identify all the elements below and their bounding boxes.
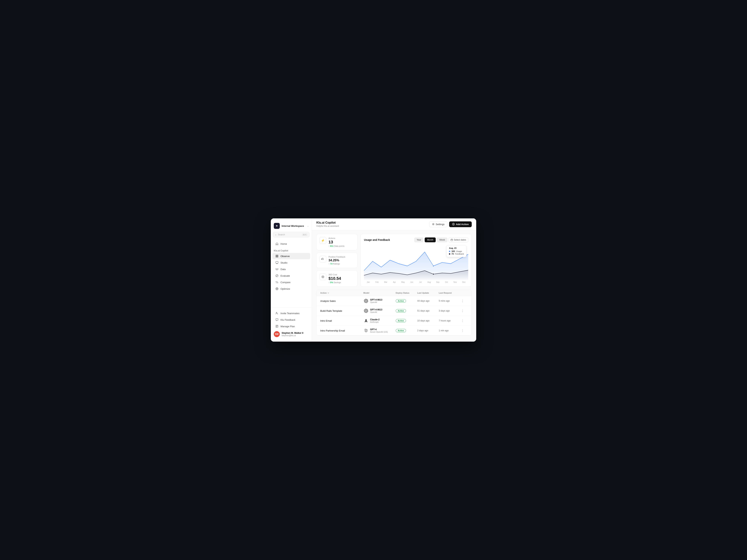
actions-info: Actions 13 ↑ 811 Data points <box>329 237 344 247</box>
col-actions <box>460 292 468 294</box>
table-row[interactable]: Intro Email Claude-2 Anthropic <box>316 316 471 326</box>
search-icon: ⌕ <box>275 233 276 236</box>
workspace-selector[interactable]: Internal Workspace ⌄ <box>271 221 312 232</box>
more-button-1[interactable]: ⋮ <box>460 309 465 313</box>
more-button-0[interactable]: ⋮ <box>460 298 465 303</box>
chart-months: Jan Feb Mar Apr May Jun Jul Aug Sep Oct … <box>364 280 468 283</box>
nav-main: Home <box>271 240 312 247</box>
sidebar-item-evaluate[interactable]: Evaluate <box>272 272 310 279</box>
model-info-3: GPT-4 Azure OpenAI (US) <box>370 328 388 333</box>
sidebar-item-home-label: Home <box>281 242 287 245</box>
model-logo-openai-0 <box>363 298 369 303</box>
select-dates-label: Select dates <box>454 239 466 241</box>
sidebar-item-feedback-label: Klu Feedback <box>281 318 295 321</box>
svg-point-15 <box>433 265 434 267</box>
chart-title: Usage and Feedback <box>364 238 390 241</box>
sidebar-item-data-label: Data <box>281 268 286 271</box>
search-input[interactable]: Search <box>278 233 301 236</box>
page-subtitle: Helpful Klu.ai assistant <box>316 225 339 228</box>
sidebar-item-studio[interactable]: Studio <box>272 260 310 266</box>
last-update-1: 51 days ago <box>417 310 439 312</box>
status-0: Active <box>396 299 417 302</box>
user-profile[interactable]: SW Stephen M. Walker II stephen@klu.ai <box>271 330 312 339</box>
chart-tab-year[interactable]: Year <box>414 237 423 242</box>
tooltip-usage-row: 183 Usage <box>449 250 464 252</box>
status-1: Active <box>396 309 417 313</box>
model-logo-anthropic <box>363 318 369 323</box>
model-name-1: GPT-4-0613 <box>370 309 382 311</box>
last-request-2: 7 hours ago <box>439 319 460 322</box>
model-cell-0: GPT-4-0613 OpenAI <box>363 298 396 303</box>
search-bar[interactable]: ⌕ Search ⌘ K <box>273 232 309 237</box>
model-logo-azure <box>363 328 369 333</box>
last-update-2: 10 days ago <box>417 319 439 322</box>
main-content: Klu.ai Copilot Helpful Klu.ai assistant … <box>312 218 476 342</box>
month-jan: Jan <box>364 281 373 283</box>
chart-tab-month[interactable]: Month <box>425 237 436 242</box>
cost-label: 30D Cost <box>329 273 341 276</box>
avatar: SW <box>274 331 280 337</box>
feedback-value: 34.25% <box>329 259 345 262</box>
action-name-2: Intro Email <box>320 319 363 322</box>
feedback-info: Positive Feedback 34.25% ↑ 73 Ratings <box>329 256 345 265</box>
month-feb: Feb <box>373 281 382 283</box>
nav-section-copilot: Klu.ai Copilot <box>271 248 312 253</box>
action-name-1: Build Rails Template <box>320 310 363 312</box>
row-more-3: ⋮ <box>460 328 468 333</box>
month-apr: Apr <box>390 281 399 283</box>
col-status: Deploy Status <box>396 292 417 294</box>
col-last-update: Last Update <box>417 292 439 294</box>
chart-area: Aug, 23 183 Usage 73 Feedback <box>364 245 468 280</box>
chart-tabs: Year Month Week Select dates <box>414 237 468 242</box>
tooltip-feedback-val: 73 <box>452 253 454 255</box>
status-2: Active <box>396 319 417 322</box>
topbar-left: Klu.ai Copilot Helpful Klu.ai assistant <box>316 221 339 228</box>
month-sep: Sep <box>434 281 442 283</box>
settings-button[interactable]: Settings <box>429 221 447 227</box>
stats-and-chart: ⚡ Actions 13 ↑ 811 Data points <box>316 234 472 287</box>
sidebar-item-observe[interactable]: Observe <box>272 253 310 259</box>
actions-sub: ↑ 811 Data points <box>329 245 344 247</box>
sidebar-item-compare[interactable]: Compare <box>272 279 310 286</box>
status-badge-1: Active <box>396 309 406 313</box>
add-icon <box>452 223 455 225</box>
topbar-right: Settings Add Action <box>429 221 472 227</box>
feedback-up: ↑ 73 <box>329 263 332 265</box>
sidebar-item-plan[interactable]: Manage Plan <box>272 323 310 329</box>
row-more-0: ⋮ <box>460 298 468 303</box>
stats-column: ⚡ Actions 13 ↑ 811 Data points <box>316 234 357 287</box>
sidebar-item-invite[interactable]: Invite Teammates <box>272 310 310 316</box>
svg-rect-4 <box>276 262 278 263</box>
add-action-button[interactable]: Add Action <box>449 221 472 227</box>
more-button-2[interactable]: ⋮ <box>460 318 465 323</box>
more-button-3[interactable]: ⋮ <box>460 328 465 333</box>
sidebar-item-plan-label: Manage Plan <box>281 325 295 328</box>
user-email: stephen@klu.ai <box>282 334 309 337</box>
sidebar-item-home[interactable]: Home <box>272 241 310 247</box>
sidebar-item-feedback[interactable]: Klu Feedback <box>272 317 310 323</box>
row-more-2: ⋮ <box>460 318 468 323</box>
table-row[interactable]: Intro Partnership Email GPT-4 Azure Open… <box>316 326 471 336</box>
sidebar-item-optimize[interactable]: Optimize <box>272 286 310 292</box>
app-container: Internal Workspace ⌄ ⌕ Search ⌘ K Home K… <box>271 218 476 342</box>
model-provider-3: Azure OpenAI (US) <box>370 331 388 333</box>
actions-icon: ⚡ <box>319 237 326 244</box>
svg-point-8 <box>276 312 277 313</box>
model-info-0: GPT-4-0613 OpenAI <box>370 298 382 303</box>
month-jun: Jun <box>408 281 416 283</box>
table-row[interactable]: Build Rails Template GPT-4-0613 OpenAI <box>316 306 471 316</box>
sidebar-item-data[interactable]: Data <box>272 266 310 272</box>
svg-rect-3 <box>277 256 278 257</box>
sidebar-item-optimize-label: Optimize <box>281 288 290 290</box>
studio-icon <box>275 261 279 264</box>
sidebar-item-observe-label: Observe <box>281 255 290 258</box>
cost-sub: ↑ 5% Savings <box>329 281 341 284</box>
last-update-3: 2 days ago <box>417 329 439 332</box>
select-dates-button[interactable]: Select dates <box>448 237 468 242</box>
table-row[interactable]: Analyze Sales GPT-4-0613 OpenAI <box>316 296 471 306</box>
feedback-icon <box>275 318 279 321</box>
chart-tab-week[interactable]: Week <box>437 237 447 242</box>
month-oct: Oct <box>442 281 451 283</box>
optimize-icon <box>275 287 279 290</box>
invite-icon <box>275 312 279 315</box>
